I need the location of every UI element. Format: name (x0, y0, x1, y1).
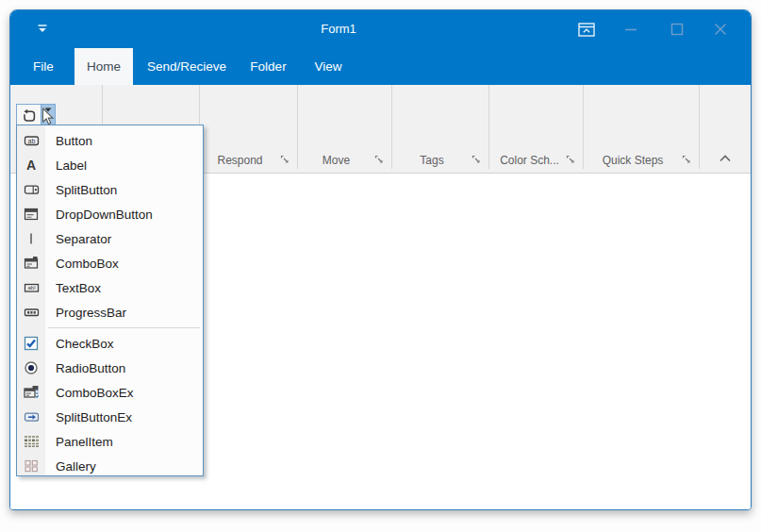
ribbon-group-tags: Tags (392, 152, 488, 169)
tab-view-label: View (314, 59, 341, 74)
group-label-color-scheme: Color Sch... (500, 154, 559, 167)
window-title: Form1 (287, 10, 390, 46)
group-label-respond: Respond (217, 154, 262, 167)
menu-item-label: Separator (56, 232, 111, 246)
chevron-up-icon (719, 154, 732, 163)
tab-home-label: Home (87, 59, 121, 74)
group-label-quick-steps: Quick Steps (603, 154, 664, 167)
menu-item-label: SplitButtonEx (56, 410, 132, 424)
svg-text:abl: abl (27, 285, 35, 291)
comboboxex-icon (17, 385, 45, 400)
menu-item-label: Gallery (56, 459, 96, 474)
menu-item-label: DropDownButton (56, 208, 153, 222)
ribbon-display-options-icon (578, 23, 595, 37)
menu-item-dropdownbutton[interactable]: DropDownButton (17, 202, 203, 226)
progressbar-icon (17, 305, 45, 320)
customize-quick-access-toolbar-icon (37, 25, 48, 34)
button-icon: ab (17, 133, 45, 148)
menu-item-gallery[interactable]: Gallery (17, 454, 203, 478)
minimize-icon (624, 23, 637, 36)
collapse-ribbon-button[interactable] (716, 151, 735, 166)
menu-item-splitbutton[interactable]: SplitButton (17, 177, 203, 202)
tab-folder-label: Folder (250, 59, 286, 74)
tab-send-recieve-label: Send/Recieve (147, 59, 226, 74)
menu-item-label: Label (56, 158, 87, 173)
ribbon-display-options-button[interactable] (574, 20, 599, 39)
dialog-launcher-icon[interactable] (566, 155, 576, 165)
menu-item-progressbar[interactable]: ProgressBar (17, 300, 203, 324)
menu-item-label: Button (56, 134, 92, 148)
menu-item-label: TextBox (56, 281, 101, 295)
menu-item-label-item[interactable]: A Label (17, 153, 203, 177)
menu-item-label: PanelItem (56, 435, 113, 449)
menu-item-label: ComboBoxEx (56, 386, 134, 400)
splitbutton-icon (17, 182, 45, 197)
customize-quick-access-toolbar-button[interactable] (33, 21, 52, 38)
tab-send-recieve[interactable]: Send/Recieve (142, 48, 231, 85)
group-label-move: Move (323, 154, 350, 167)
menu-item-textbox[interactable]: abl TextBox (17, 275, 203, 300)
splitbuttonex-icon (17, 409, 45, 424)
app-window: Form1 File Home Se (9, 9, 752, 510)
svg-text:A: A (26, 158, 36, 173)
tab-folder[interactable]: Folder (241, 48, 295, 85)
menu-item-label: ComboBox (56, 257, 119, 271)
tab-view[interactable]: View (309, 48, 347, 85)
menu-separator (17, 324, 203, 331)
menu-item-checkbox[interactable]: CheckBox (17, 331, 203, 356)
textbox-icon: abl (17, 280, 45, 295)
group-separator (699, 85, 700, 169)
rotate-icon (22, 108, 37, 124)
dialog-launcher-icon[interactable] (471, 155, 482, 165)
tab-home[interactable]: Home (74, 48, 133, 85)
combobox-icon (17, 256, 45, 271)
separator-icon (17, 231, 45, 246)
menu-item-radiobutton[interactable]: RadioButton (17, 356, 203, 380)
menu-item-label: RadioButton (56, 361, 125, 375)
tab-file-label: File (33, 59, 54, 74)
checkbox-icon (17, 336, 45, 351)
group-label-tags: Tags (420, 154, 443, 167)
menu-item-separator-item[interactable]: Separator (17, 226, 203, 251)
ribbon-group-color-scheme: Color Sch... (489, 152, 583, 169)
menu-item-label: ProgressBar (56, 306, 126, 320)
gallery-icon (17, 458, 45, 474)
menu-item-comboboxex[interactable]: ComboBoxEx (17, 380, 203, 405)
titlebar: Form1 (10, 10, 751, 46)
close-icon (714, 23, 727, 36)
tab-file[interactable]: File (22, 48, 65, 85)
dialog-launcher-icon[interactable] (374, 155, 385, 165)
ribbon-group-quick-steps: Quick Steps (584, 152, 699, 169)
label-icon: A (17, 158, 45, 173)
ribbon-group-move: Move (298, 152, 391, 169)
mouse-cursor (41, 108, 55, 126)
menu-item-splitbuttonex[interactable]: SplitButtonEx (17, 405, 203, 429)
toolbox-button[interactable] (17, 105, 41, 126)
dialog-launcher-icon[interactable] (280, 155, 290, 165)
ribbon-group-respond: Respond (200, 152, 297, 169)
ribbon-tab-strip: File Home Send/Recieve Folder View (10, 46, 751, 85)
menu-item-panelitem[interactable]: PanelItem (17, 429, 203, 454)
close-button[interactable] (709, 20, 732, 39)
panelitem-icon (17, 434, 45, 449)
menu-item-button[interactable]: ab Button (17, 128, 203, 153)
svg-text:ab: ab (27, 138, 35, 144)
toolbox-dropdown-menu: ab Button A Label SplitButton (16, 125, 204, 476)
menu-item-label: SplitButton (56, 183, 117, 197)
radiobutton-icon (17, 360, 45, 375)
dropdownbutton-icon (17, 207, 45, 222)
menu-item-label: CheckBox (56, 337, 114, 351)
menu-item-combobox[interactable]: ComboBox (17, 251, 203, 275)
minimize-button[interactable] (620, 20, 642, 39)
maximize-button[interactable] (666, 20, 688, 39)
dialog-launcher-icon[interactable] (682, 155, 692, 165)
maximize-icon (670, 23, 684, 36)
